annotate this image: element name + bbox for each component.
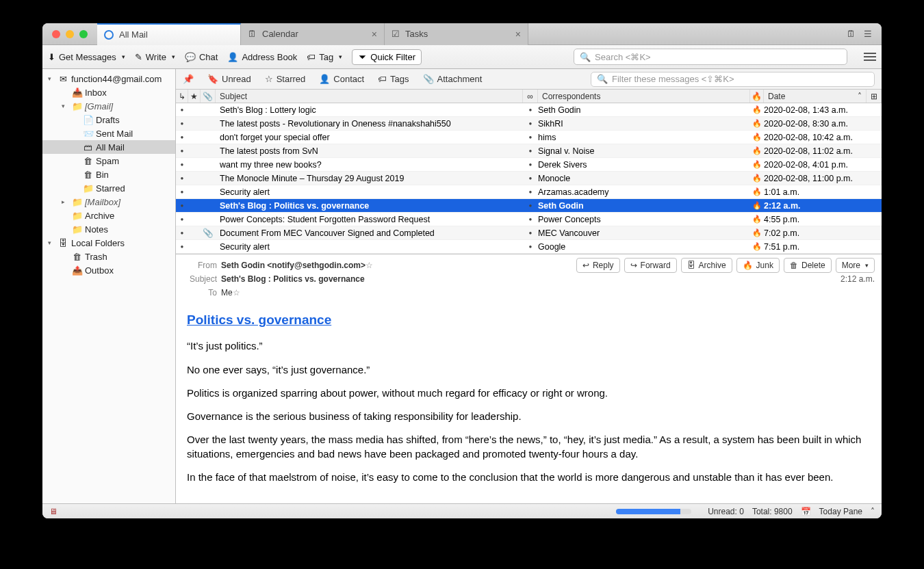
sidebar-item[interactable]: 🗑Trash bbox=[42, 250, 175, 263]
sidebar-item[interactable]: 📥Inbox bbox=[42, 85, 175, 99]
message-filter-input[interactable]: 🔍 Filter these messages <⇧⌘K> bbox=[591, 72, 875, 87]
more-button[interactable]: More bbox=[836, 258, 875, 273]
col-picker[interactable]: ⊞ bbox=[867, 90, 882, 103]
forward-button[interactable]: ↪Forward bbox=[624, 258, 677, 273]
tasks-shortcut-icon[interactable]: ☰ bbox=[864, 29, 872, 39]
message-row[interactable]: ●The Monocle Minute – Thursday 29 August… bbox=[176, 172, 882, 185]
message-row[interactable]: ●Security alert●Google🔥7:51 p.m. bbox=[176, 240, 882, 254]
sidebar-item[interactable]: ▾📁[Gmail] bbox=[42, 99, 175, 113]
tab-calendar[interactable]: 🗓 Calendar × bbox=[241, 23, 385, 45]
message-row[interactable]: ●want my three new books?●Derek Sivers🔥2… bbox=[176, 158, 882, 172]
reply-button[interactable]: ↩Reply bbox=[576, 258, 620, 273]
sidebar-item[interactable]: 📤Outbox bbox=[42, 263, 175, 277]
message-row[interactable]: ●📎Document From MEC Vancouver Signed and… bbox=[176, 226, 882, 240]
offline-icon[interactable]: 🖥 bbox=[49, 507, 57, 516]
message-row[interactable]: ●The latest posts - Revolutionary in One… bbox=[176, 117, 882, 131]
zoom-window-button[interactable] bbox=[79, 30, 88, 38]
quick-filter-button[interactable]: ⏷ Quick Filter bbox=[352, 49, 422, 65]
to-value[interactable]: Me bbox=[221, 288, 233, 297]
folder-icon: 📨 bbox=[83, 129, 92, 139]
address-book-button[interactable]: 👤 Address Book bbox=[227, 52, 297, 62]
to-label: To bbox=[183, 288, 217, 297]
folder-icon: 📁 bbox=[72, 224, 81, 235]
tab-bar: All Mail 🗓 Calendar × ☑ Tasks × 🗓 ☰ bbox=[42, 23, 882, 45]
filter-tags[interactable]: 🏷Tags bbox=[378, 74, 409, 84]
filter-attachment[interactable]: 📎Attachment bbox=[423, 74, 483, 84]
local-folders-row[interactable]: ▾ 🗄 Local Folders bbox=[42, 236, 175, 250]
minimize-window-button[interactable] bbox=[66, 30, 74, 38]
today-pane-label[interactable]: Today Pane bbox=[819, 507, 862, 516]
filter-placeholder: Filter these messages <⇧⌘K> bbox=[612, 74, 734, 84]
app-window: All Mail 🗓 Calendar × ☑ Tasks × 🗓 ☰ ⬇ Ge… bbox=[42, 23, 882, 518]
close-tab-icon[interactable]: × bbox=[515, 29, 521, 40]
filter-unread[interactable]: 🔖Unread bbox=[207, 74, 251, 84]
chevron-up-icon[interactable]: ˄ bbox=[871, 507, 875, 516]
sidebar-item[interactable]: 🗑Spam bbox=[42, 154, 175, 168]
thread-icon: ● bbox=[176, 120, 188, 127]
thread-icon: ● bbox=[176, 230, 188, 236]
sidebar-item[interactable]: 📁Notes bbox=[42, 222, 175, 236]
message-row[interactable]: ●Seth's Blog : Politics vs. governance●S… bbox=[176, 199, 882, 213]
message-row[interactable]: ●Security alert●Arzamas.academy🔥1:01 a.m… bbox=[176, 185, 882, 199]
col-correspondents[interactable]: Correspondents bbox=[538, 90, 750, 103]
account-row[interactable]: ▾ ✉ function44@gmail.com bbox=[42, 72, 175, 85]
message-subject: Seth's Blog : Lottery logic bbox=[216, 105, 523, 115]
flame-icon: 🔥 bbox=[750, 228, 764, 237]
get-messages-label: Get Messages bbox=[59, 52, 116, 62]
write-button[interactable]: ✎ Write bbox=[135, 52, 175, 62]
folder-icon: 📁 bbox=[83, 183, 92, 194]
message-row[interactable]: ●Seth's Blog : Lottery logic●Seth Godin🔥… bbox=[176, 103, 882, 117]
folder-icon: 🗑 bbox=[83, 170, 92, 180]
filter-contact[interactable]: 👤Contact bbox=[319, 74, 364, 84]
star-contact-icon[interactable]: ☆ bbox=[365, 261, 373, 270]
sidebar-item[interactable]: 📁Archive bbox=[42, 209, 175, 222]
from-value[interactable]: Seth Godin <notify@sethgodin.com> bbox=[221, 261, 365, 270]
thread-icon: ● bbox=[176, 189, 188, 195]
message-correspondent: Seth Godin bbox=[538, 105, 750, 115]
calendar-shortcut-icon[interactable]: 🗓 bbox=[847, 29, 856, 39]
delete-button[interactable]: 🗑Delete bbox=[784, 258, 832, 273]
col-thread[interactable]: ↳ bbox=[176, 90, 188, 103]
archive-button[interactable]: 🗄Archive bbox=[681, 258, 732, 273]
get-messages-button[interactable]: ⬇ Get Messages bbox=[48, 52, 125, 62]
twisty-icon[interactable]: ▸ bbox=[62, 198, 68, 205]
sidebar-item[interactable]: 🗃All Mail bbox=[42, 140, 175, 154]
col-date-icon[interactable]: 🔥 bbox=[750, 90, 764, 103]
pin-icon[interactable]: 📌 bbox=[183, 74, 194, 84]
col-date[interactable]: Date˄ bbox=[764, 90, 867, 103]
twisty-icon[interactable]: ▾ bbox=[48, 75, 55, 82]
flame-icon: 🔥 bbox=[750, 105, 764, 114]
message-row[interactable]: ●don't forget your special offer●hims🔥20… bbox=[176, 131, 882, 144]
address-book-label: Address Book bbox=[242, 52, 297, 62]
star-contact-icon[interactable]: ☆ bbox=[233, 288, 240, 297]
col-star[interactable]: ★ bbox=[188, 90, 201, 103]
close-window-button[interactable] bbox=[52, 30, 60, 38]
sidebar-item[interactable]: ▸📁[Mailbox] bbox=[42, 195, 175, 209]
chat-button[interactable]: 💬 Chat bbox=[185, 52, 218, 62]
sidebar-item[interactable]: 🗑Bin bbox=[42, 168, 175, 181]
global-search-input[interactable]: 🔍 Search <⌘K> bbox=[574, 49, 847, 65]
twisty-icon[interactable]: ▾ bbox=[48, 239, 55, 246]
message-subject: Seth's Blog : Politics vs. governance bbox=[216, 201, 523, 211]
app-menu-button[interactable] bbox=[864, 53, 876, 61]
twisty-icon[interactable]: ▾ bbox=[62, 103, 68, 109]
close-tab-icon[interactable]: × bbox=[372, 29, 377, 40]
message-row[interactable]: ●Power Concepts: Student Forgotten Passw… bbox=[176, 213, 882, 226]
today-pane-icon[interactable]: 📅 bbox=[801, 507, 811, 516]
sidebar-item[interactable]: 📄Drafts bbox=[42, 113, 175, 127]
message-row[interactable]: ●The latest posts from SvN●Signal v. Noi… bbox=[176, 144, 882, 158]
article-title-link[interactable]: Politics vs. governance bbox=[187, 313, 331, 327]
flame-icon: 🔥 bbox=[750, 119, 764, 128]
unread-count: Unread: 0 bbox=[708, 507, 744, 516]
filter-starred[interactable]: ☆Starred bbox=[265, 74, 306, 84]
tab-all-mail[interactable]: All Mail bbox=[97, 23, 241, 45]
col-attach[interactable]: 📎 bbox=[201, 90, 216, 103]
sidebar-item[interactable]: 📨Sent Mail bbox=[42, 127, 175, 140]
junk-button[interactable]: 🔥Junk bbox=[736, 258, 780, 273]
sidebar-item[interactable]: 📁Starred bbox=[42, 181, 175, 195]
col-subject[interactable]: Subject bbox=[216, 90, 523, 103]
tag-button[interactable]: 🏷 Tag bbox=[307, 52, 342, 62]
col-spam[interactable]: ∞ bbox=[523, 90, 538, 103]
tab-tasks[interactable]: ☑ Tasks × bbox=[385, 23, 528, 45]
flame-icon: 🔥 bbox=[750, 242, 764, 251]
